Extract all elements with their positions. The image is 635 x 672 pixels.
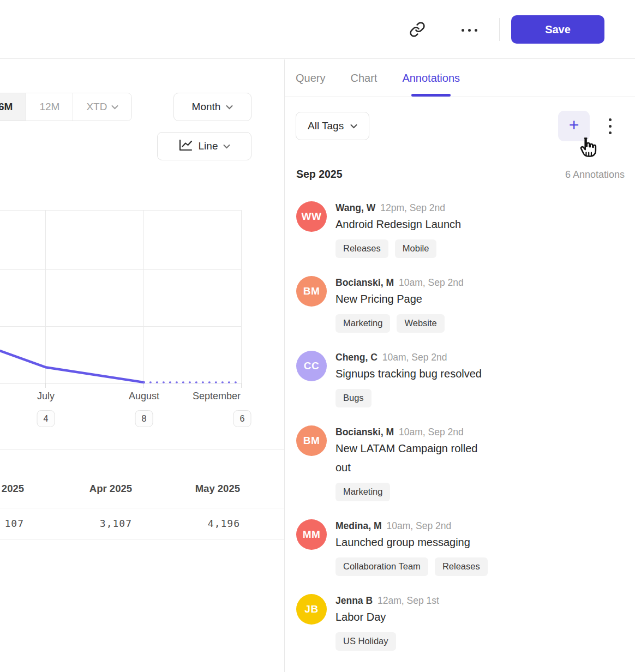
annotation-timestamp: 10am, Sep 2nd — [382, 352, 447, 363]
link-icon — [409, 21, 426, 39]
app-window: Save 6M12MXTD Month Line — [0, 0, 635, 672]
annotation-body: Medina, M10am, Sep 2ndLaunched group mes… — [336, 519, 488, 576]
panel-menu-button[interactable] — [599, 111, 621, 141]
summary-table: 2025Apr 2025May 2025 1073,1074,196 — [0, 449, 284, 540]
series-line-solid — [0, 351, 144, 382]
annotation-item[interactable]: WWWang, W12pm, Sep 2ndAndroid Redesign L… — [296, 201, 635, 258]
table-cell-value: 107 — [0, 518, 24, 529]
tab-query[interactable]: Query — [296, 59, 325, 97]
x-tick-label: July — [37, 391, 55, 402]
tab-chart[interactable]: Chart — [350, 59, 377, 97]
line-chart-icon — [178, 139, 193, 154]
line-chart-plot[interactable] — [0, 210, 242, 389]
save-button[interactable]: Save — [511, 15, 604, 44]
annotation-timestamp: 10am, Sep 2nd — [399, 427, 464, 437]
annotations-section-header: Sep 2025 6 Annotations — [296, 168, 625, 181]
annotation-count-badge[interactable]: 4 — [37, 410, 55, 427]
topbar-divider — [499, 18, 500, 41]
annotation-tags: Collaboration TeamReleases — [336, 557, 488, 576]
annotation-title: Launched group messaging — [336, 533, 488, 552]
annotation-item[interactable]: CCCheng, C10am, Sep 2ndSignups tracking … — [296, 351, 635, 407]
avatar: WW — [296, 201, 327, 232]
add-annotation-button[interactable]: + — [558, 111, 590, 141]
table-cell-value: 4,196 — [132, 518, 240, 529]
avatar: BM — [296, 276, 327, 307]
annotation-title: Android Redesign Launch — [336, 215, 461, 234]
section-title: Sep 2025 — [296, 168, 343, 181]
more-horizontal-icon — [462, 29, 477, 32]
granularity-dropdown[interactable]: Month — [173, 93, 251, 121]
annotation-timestamp: 10am, Sep 2nd — [387, 520, 452, 531]
annotation-author: Bocianski, M — [336, 277, 394, 288]
chevron-down-icon — [223, 144, 230, 149]
table-value-row: 1073,1074,196 — [0, 508, 284, 540]
range-option-xtd[interactable]: XTD — [73, 93, 131, 121]
annotation-item[interactable]: BMBocianski, M10am, Sep 2ndNew LATAM Cam… — [296, 425, 635, 501]
date-range-segmented-control: 6M12MXTD — [0, 93, 132, 121]
more-options-button[interactable] — [456, 17, 482, 43]
annotation-item[interactable]: MMMedina, M10am, Sep 2ndLaunched group m… — [296, 519, 635, 576]
avatar: CC — [296, 351, 327, 381]
annotation-body: Bocianski, M10am, Sep 2ndNew LATAM Campa… — [336, 425, 495, 501]
avatar: JB — [296, 594, 327, 625]
table-cell-value: 3,107 — [24, 518, 132, 529]
annotation-author: Jenna B — [336, 595, 373, 606]
avatar: MM — [296, 519, 327, 550]
panel-tabs: QueryChartAnnotations — [285, 59, 635, 97]
tag-pill: US Holiday — [336, 632, 396, 651]
chart-type-dropdown[interactable]: Line — [157, 132, 251, 160]
annotation-timestamp: 12pm, Sep 2nd — [380, 202, 445, 213]
annotations-list: WWWang, W12pm, Sep 2ndAndroid Redesign L… — [296, 201, 635, 669]
annotation-tags: Marketing — [336, 483, 495, 501]
annotation-body: Cheng, C10am, Sep 2ndSignups tracking bu… — [336, 351, 482, 407]
annotation-timestamp: 12am, Sep 1st — [378, 595, 439, 606]
annotation-title: Signups tracking bug resolved — [336, 364, 482, 383]
chevron-down-icon — [226, 105, 233, 110]
tag-pill: Marketing — [336, 314, 390, 333]
tag-pill: Marketing — [336, 483, 390, 501]
annotation-author: Medina, M — [336, 520, 382, 531]
annotation-tags: Bugs — [336, 389, 482, 407]
chart-area: 6M12MXTD Month Line — [0, 59, 284, 672]
annotation-count-badge[interactable]: 8 — [135, 410, 153, 427]
annotation-body: Jenna B12am, Sep 1stLabor DayUS Holiday — [336, 594, 439, 651]
table-header-row: 2025Apr 2025May 2025 — [0, 450, 284, 508]
annotation-count-badge[interactable]: 6 — [233, 410, 251, 427]
annotation-item[interactable]: BMBocianski, M10am, Sep 2ndNew Pricing P… — [296, 276, 635, 333]
annotation-author: Bocianski, M — [336, 427, 394, 437]
annotation-title: New LATAM Campaign rolled out — [336, 439, 495, 477]
annotations-panel: QueryChartAnnotations All Tags + Sep 202… — [284, 59, 635, 672]
annotation-tags: US Holiday — [336, 632, 439, 651]
tag-pill: Bugs — [336, 389, 372, 407]
table-column-header: 2025 — [0, 483, 24, 495]
annotation-item[interactable]: JBJenna B12am, Sep 1stLabor DayUS Holida… — [296, 594, 635, 651]
tag-pill: Website — [397, 314, 444, 333]
annotations-count: 6 Annotations — [565, 169, 625, 181]
annotation-title: Labor Day — [336, 608, 439, 627]
topbar: Save — [0, 0, 635, 59]
x-tick-label: August — [129, 391, 159, 402]
annotation-author: Wang, W — [336, 202, 375, 213]
x-tick-label: September — [193, 391, 241, 402]
tag-filter-dropdown[interactable]: All Tags — [296, 112, 369, 140]
table-column-header: Apr 2025 — [24, 483, 132, 495]
tag-pill: Collaboration Team — [336, 557, 428, 576]
tag-pill: Releases — [336, 239, 388, 258]
annotation-timestamp: 10am, Sep 2nd — [399, 277, 464, 288]
avatar: BM — [296, 425, 327, 456]
annotation-body: Wang, W12pm, Sep 2ndAndroid Redesign Lau… — [336, 201, 461, 258]
range-option-12m[interactable]: 12M — [26, 93, 73, 121]
annotation-tags: MarketingWebsite — [336, 314, 464, 333]
annotation-body: Bocianski, M10am, Sep 2ndNew Pricing Pag… — [336, 276, 464, 333]
annotation-title: New Pricing Page — [336, 290, 464, 309]
annotation-tags: ReleasesMobile — [336, 239, 461, 258]
annotation-author: Cheng, C — [336, 352, 378, 363]
tag-pill: Releases — [435, 557, 488, 576]
copy-link-button[interactable] — [404, 17, 430, 43]
table-column-header: May 2025 — [132, 483, 240, 495]
range-option-6m[interactable]: 6M — [0, 93, 26, 121]
chevron-down-icon — [350, 124, 357, 129]
x-axis-labels: JulyAugustSeptember — [0, 391, 284, 405]
tab-annotations[interactable]: Annotations — [402, 59, 460, 97]
annotation-count-badges: 486 — [0, 410, 284, 428]
